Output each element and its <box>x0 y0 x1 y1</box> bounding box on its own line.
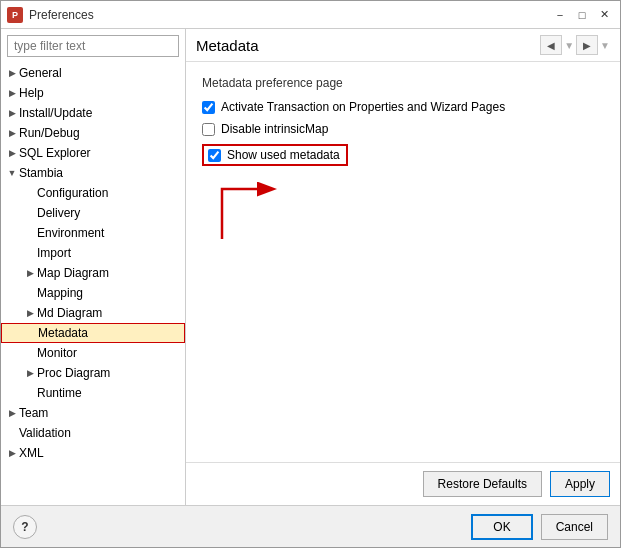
app-icon: P <box>7 7 23 23</box>
checkbox-row-show-used-metadata: Show used metadata <box>202 144 348 166</box>
tree-item-metadata[interactable]: Metadata <box>1 323 185 343</box>
navigation-buttons: ◀ ▼ ▶ ▼ <box>540 35 610 55</box>
tree-label-delivery: Delivery <box>37 206 80 220</box>
tree-item-configuration[interactable]: Configuration <box>1 183 185 203</box>
maximize-button[interactable]: □ <box>572 7 592 23</box>
cancel-button[interactable]: Cancel <box>541 514 608 540</box>
tree-label-environment: Environment <box>37 226 104 240</box>
tree-label-help: Help <box>19 86 44 100</box>
tree-arrow-md-diagram: ▶ <box>23 308 37 318</box>
right-header: Metadata ◀ ▼ ▶ ▼ <box>186 29 620 62</box>
title-bar: P Preferences − □ ✕ <box>1 1 620 29</box>
tree-arrow-xml: ▶ <box>5 448 19 458</box>
nav-separator2: ▼ <box>600 40 610 51</box>
window-controls: − □ ✕ <box>550 7 614 23</box>
tree-arrow-stambia: ▼ <box>5 168 19 178</box>
annotation-arrow <box>212 169 292 249</box>
tree-label-xml: XML <box>19 446 44 460</box>
checkbox-row-activate-transaction: Activate Transaction on Properties and W… <box>202 100 604 114</box>
tree-item-run-debug[interactable]: ▶Run/Debug <box>1 123 185 143</box>
tree-item-validation[interactable]: Validation <box>1 423 185 443</box>
tree-label-mapping: Mapping <box>37 286 83 300</box>
bottom-bar: ? OK Cancel <box>1 505 620 547</box>
tree-label-proc-diagram: Proc Diagram <box>37 366 110 380</box>
tree-item-md-diagram[interactable]: ▶Md Diagram <box>1 303 185 323</box>
tree-arrow-help: ▶ <box>5 88 19 98</box>
panel-title: Metadata <box>196 37 534 54</box>
tree-label-run-debug: Run/Debug <box>19 126 80 140</box>
tree-arrow-proc-diagram: ▶ <box>23 368 37 378</box>
window-title: Preferences <box>29 8 544 22</box>
tree-arrow-install-update: ▶ <box>5 108 19 118</box>
tree-item-team[interactable]: ▶Team <box>1 403 185 423</box>
tree-item-delivery[interactable]: Delivery <box>1 203 185 223</box>
tree-item-xml[interactable]: ▶XML <box>1 443 185 463</box>
close-button[interactable]: ✕ <box>594 7 614 23</box>
checkbox-disable-intrinsic[interactable] <box>202 123 215 136</box>
apply-button[interactable]: Apply <box>550 471 610 497</box>
tree-item-runtime[interactable]: Runtime <box>1 383 185 403</box>
tree-arrow-general: ▶ <box>5 68 19 78</box>
checkboxes-container: Activate Transaction on Properties and W… <box>202 100 604 174</box>
checkbox-label-activate-transaction: Activate Transaction on Properties and W… <box>221 100 505 114</box>
tree-label-metadata: Metadata <box>38 326 88 340</box>
checkbox-activate-transaction[interactable] <box>202 101 215 114</box>
tree-label-import: Import <box>37 246 71 260</box>
section-title: Metadata preference page <box>202 76 604 90</box>
preferences-window: P Preferences − □ ✕ ▶General▶Help▶Instal… <box>0 0 621 548</box>
nav-separator: ▼ <box>564 40 574 51</box>
tree-label-monitor: Monitor <box>37 346 77 360</box>
tree-item-import[interactable]: Import <box>1 243 185 263</box>
tree-label-runtime: Runtime <box>37 386 82 400</box>
tree-label-map-diagram: Map Diagram <box>37 266 109 280</box>
tree-arrow-map-diagram: ▶ <box>23 268 37 278</box>
tree-item-sql-explorer[interactable]: ▶SQL Explorer <box>1 143 185 163</box>
tree-item-install-update[interactable]: ▶Install/Update <box>1 103 185 123</box>
tree-item-general[interactable]: ▶General <box>1 63 185 83</box>
checkbox-label-show-used-metadata: Show used metadata <box>227 148 340 162</box>
minimize-button[interactable]: − <box>550 7 570 23</box>
tree-arrow-team: ▶ <box>5 408 19 418</box>
filter-input[interactable] <box>7 35 179 57</box>
annotation-area <box>202 174 604 234</box>
tree-item-monitor[interactable]: Monitor <box>1 343 185 363</box>
tree-label-sql-explorer: SQL Explorer <box>19 146 91 160</box>
tree-label-stambia: Stambia <box>19 166 63 180</box>
tree-label-validation: Validation <box>19 426 71 440</box>
tree: ▶General▶Help▶Install/Update▶Run/Debug▶S… <box>1 61 185 505</box>
left-panel: ▶General▶Help▶Install/Update▶Run/Debug▶S… <box>1 29 186 505</box>
back-button[interactable]: ◀ <box>540 35 562 55</box>
tree-item-proc-diagram[interactable]: ▶Proc Diagram <box>1 363 185 383</box>
tree-item-mapping[interactable]: Mapping <box>1 283 185 303</box>
tree-item-environment[interactable]: Environment <box>1 223 185 243</box>
ok-cancel-area: OK Cancel <box>471 514 608 540</box>
right-body: Metadata preference page Activate Transa… <box>186 62 620 462</box>
restore-defaults-button[interactable]: Restore Defaults <box>423 471 542 497</box>
tree-label-general: General <box>19 66 62 80</box>
tree-item-map-diagram[interactable]: ▶Map Diagram <box>1 263 185 283</box>
ok-button[interactable]: OK <box>471 514 532 540</box>
checkbox-label-disable-intrinsic: Disable intrinsicMap <box>221 122 328 136</box>
forward-button[interactable]: ▶ <box>576 35 598 55</box>
main-content: ▶General▶Help▶Install/Update▶Run/Debug▶S… <box>1 29 620 505</box>
tree-label-configuration: Configuration <box>37 186 108 200</box>
help-button[interactable]: ? <box>13 515 37 539</box>
checkbox-show-used-metadata[interactable] <box>208 149 221 162</box>
tree-label-md-diagram: Md Diagram <box>37 306 102 320</box>
right-panel: Metadata ◀ ▼ ▶ ▼ Metadata preference pag… <box>186 29 620 505</box>
tree-item-help[interactable]: ▶Help <box>1 83 185 103</box>
tree-arrow-run-debug: ▶ <box>5 128 19 138</box>
checkbox-row-disable-intrinsic: Disable intrinsicMap <box>202 122 604 136</box>
tree-item-stambia[interactable]: ▼Stambia <box>1 163 185 183</box>
tree-label-install-update: Install/Update <box>19 106 92 120</box>
tree-arrow-sql-explorer: ▶ <box>5 148 19 158</box>
tree-label-team: Team <box>19 406 48 420</box>
right-footer: Restore Defaults Apply <box>186 462 620 505</box>
